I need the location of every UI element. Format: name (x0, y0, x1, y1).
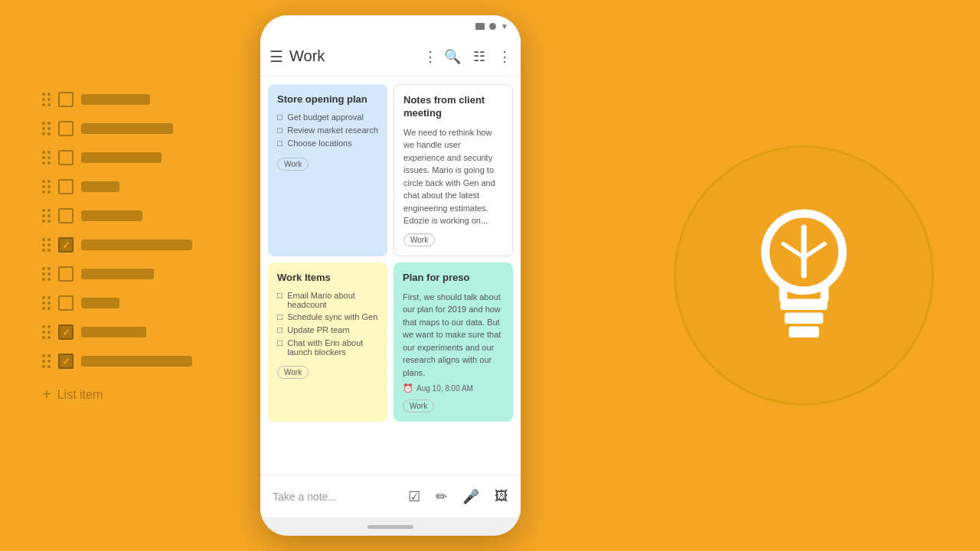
drag-handle[interactable] (42, 209, 51, 223)
battery-icon (475, 23, 485, 30)
list-bar (81, 356, 192, 367)
signal-icon (489, 23, 496, 30)
left-checklist: + List item (42, 92, 192, 403)
drag-handle[interactable] (42, 93, 51, 106)
checkbox-5[interactable] (58, 208, 74, 223)
status-bar: ▼ (260, 15, 521, 37)
checklist-item: Email Mario about headcount (277, 291, 378, 309)
svg-line-7 (783, 244, 804, 258)
home-bar[interactable] (368, 525, 413, 529)
checkbox-4[interactable] (58, 179, 74, 194)
list-item (42, 354, 192, 369)
right-section (674, 145, 934, 406)
clock-icon: ⏰ (403, 383, 413, 393)
note-tag[interactable]: Work (277, 366, 309, 379)
note-title: Plan for preso (403, 272, 504, 285)
note-body: We need to rethink how we handle user ex… (403, 126, 503, 227)
take-note-input[interactable]: Take a note... (273, 491, 408, 503)
drag-handle[interactable] (42, 267, 51, 281)
more-options-icon[interactable]: ⋮ (498, 48, 511, 65)
list-bar (81, 240, 192, 250)
drag-handle[interactable] (42, 238, 51, 252)
list-item (42, 295, 192, 311)
checklist-item: Update PR team (277, 325, 378, 335)
note-client-meeting[interactable]: Notes from client meeting We need to ret… (394, 84, 513, 256)
svg-rect-4 (785, 313, 823, 324)
list-item (42, 150, 192, 165)
drag-handle[interactable] (42, 354, 51, 368)
note-title: Notes from client meeting (403, 94, 503, 120)
drag-handle[interactable] (42, 325, 51, 339)
more-options-left-icon[interactable]: ⋮ (423, 48, 438, 65)
checklist-icon[interactable]: ☑ (408, 488, 420, 505)
note-body: First, we should talk about our plan for… (403, 291, 504, 380)
list-item (42, 237, 192, 253)
note-store-opening[interactable]: Store opening plan Get budget approval R… (268, 84, 387, 256)
bulb-circle (674, 145, 934, 406)
svg-line-8 (804, 244, 825, 258)
phone-toolbar: ☰ Work ⋮ 🔍 ☷ ⋮ (260, 37, 521, 77)
checkbox-2[interactable] (58, 121, 74, 136)
wifi-icon: ▼ (501, 22, 508, 31)
checkbox-3[interactable] (58, 150, 74, 165)
toolbar-right-icons: 🔍 ☷ ⋮ (444, 48, 511, 65)
checklist-item: Chat with Erin about launch blockers (277, 338, 378, 357)
list-item (42, 266, 192, 282)
checkbox-9[interactable] (58, 324, 74, 340)
list-bar (81, 327, 146, 337)
note-work-items[interactable]: Work Items Email Mario about headcount S… (268, 262, 387, 422)
checklist-item: Choose locations (277, 139, 378, 148)
note-title: Work Items (277, 272, 378, 285)
list-bar (81, 123, 173, 134)
checklist-item: Review market research (277, 126, 378, 135)
checklist-item: Get budget approval (277, 112, 378, 122)
list-bar (81, 210, 142, 221)
checkbox-10[interactable] (58, 354, 74, 369)
list-bar (81, 181, 119, 192)
drag-handle[interactable] (42, 122, 51, 135)
note-tag[interactable]: Work (403, 233, 435, 246)
lightbulb-icon (735, 199, 873, 352)
phone-frame: ▼ ☰ Work ⋮ 🔍 ☷ ⋮ Store opening plan Get … (260, 15, 521, 536)
menu-icon[interactable]: ☰ (270, 47, 283, 66)
drag-handle[interactable] (42, 296, 51, 310)
drag-handle[interactable] (42, 151, 51, 165)
draw-icon[interactable]: ✏ (436, 488, 447, 505)
timestamp-text: Aug 10, 8:00 AM (416, 384, 473, 393)
list-item (42, 179, 192, 194)
add-item-label: List item (57, 388, 103, 402)
toolbar-title: Work (289, 47, 417, 65)
list-bar (81, 152, 162, 163)
phone-bottom-bar: Take a note... ☑ ✏ 🎤 🖼 (260, 474, 521, 517)
list-bar (81, 269, 154, 279)
add-icon: + (42, 386, 51, 403)
mic-icon[interactable]: 🎤 (462, 488, 479, 505)
checkbox-8[interactable] (58, 295, 74, 311)
list-item (42, 324, 192, 340)
notes-grid: Store opening plan Get budget approval R… (260, 77, 521, 474)
note-plan-preso[interactable]: Plan for preso First, we should talk abo… (394, 262, 513, 422)
list-bar (81, 298, 119, 308)
checkbox-6[interactable] (58, 237, 74, 253)
search-icon[interactable]: 🔍 (444, 48, 461, 65)
svg-rect-3 (780, 299, 827, 310)
bottom-icons: ☑ ✏ 🎤 🖼 (408, 488, 508, 505)
note-title: Store opening plan (277, 93, 378, 106)
list-item (42, 208, 192, 223)
list-item (42, 92, 192, 107)
image-icon[interactable]: 🖼 (495, 488, 508, 504)
note-timestamp: ⏰ Aug 10, 8:00 AM (403, 383, 504, 393)
list-item (42, 121, 192, 136)
drag-handle[interactable] (42, 180, 51, 194)
list-bar (81, 94, 150, 105)
note-tag[interactable]: Work (277, 158, 309, 171)
note-tag[interactable]: Work (403, 399, 434, 412)
home-indicator (260, 517, 521, 536)
layout-icon[interactable]: ☷ (473, 48, 485, 65)
checkbox-1[interactable] (58, 92, 74, 107)
checklist-item: Schedule sync with Gen (277, 312, 378, 322)
svg-rect-5 (789, 327, 819, 337)
add-item-row[interactable]: + List item (42, 386, 192, 403)
checkbox-7[interactable] (58, 266, 74, 282)
